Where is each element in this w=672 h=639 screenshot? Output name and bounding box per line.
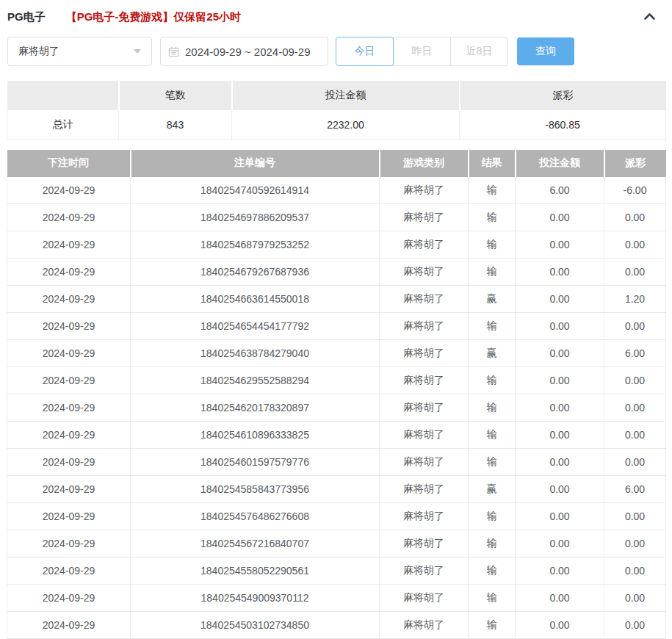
range-button-yesterday[interactable]: 昨日 <box>393 37 451 66</box>
table-row: 2024-09-29 1840254687979253252 麻将胡了 输 0.… <box>7 231 666 259</box>
cell-bet-amount: 0.00 <box>516 394 604 422</box>
cell-result: 输 <box>469 231 516 259</box>
summary-header-bet-amount: 投注金额 <box>232 81 460 110</box>
cell-game-type: 麻将胡了 <box>380 394 469 422</box>
cell-payout: 0.00 <box>604 394 666 422</box>
table-row: 2024-09-29 1840254610896333825 麻将胡了 输 0.… <box>7 422 666 449</box>
cell-bet-time: 2024-09-29 <box>7 367 131 394</box>
cell-game-type: 麻将胡了 <box>380 530 469 557</box>
notice-text: 【PG电子-免费游戏】仅保留25小时 <box>66 10 241 24</box>
cell-result: 输 <box>469 557 516 585</box>
cell-bet-id: 1840254601597579776 <box>131 449 380 476</box>
cell-game-type: 麻将胡了 <box>380 204 469 231</box>
chevron-up-icon <box>643 12 656 23</box>
cell-result: 赢 <box>469 340 516 367</box>
summary-total-label: 总计 <box>7 110 119 140</box>
cell-bet-time: 2024-09-29 <box>7 449 131 476</box>
date-quick-range-group: 今日 昨日 近8日 <box>336 37 508 66</box>
header-result: 结果 <box>469 150 516 177</box>
cell-bet-id: 1840254610896333825 <box>131 422 380 449</box>
table-row: 2024-09-29 1840254663614550018 麻将胡了 赢 0.… <box>7 286 666 313</box>
cell-bet-id: 1840254549009370112 <box>131 585 380 612</box>
table-row: 2024-09-29 1840254620178320897 麻将胡了 输 0.… <box>7 394 666 422</box>
cell-game-type: 麻将胡了 <box>380 259 469 286</box>
cell-bet-amount: 0.00 <box>516 557 604 585</box>
cell-bet-id: 1840254654454177792 <box>131 313 380 340</box>
cell-bet-id: 1840254638784279040 <box>131 340 380 367</box>
cell-result: 输 <box>469 585 516 612</box>
cell-payout: 6.00 <box>604 340 666 367</box>
cell-bet-time: 2024-09-29 <box>7 503 131 530</box>
header-bet-id: 注单编号 <box>131 150 380 177</box>
cell-payout: 0.00 <box>604 204 666 231</box>
range-button-last-8-days[interactable]: 近8日 <box>450 37 508 66</box>
cell-bet-amount: 0.00 <box>516 286 604 313</box>
cell-bet-amount: 0.00 <box>516 530 604 557</box>
cell-game-type: 麻将胡了 <box>380 313 469 340</box>
cell-game-type: 麻将胡了 <box>380 476 469 503</box>
cell-bet-id: 1840254558052290561 <box>131 557 380 585</box>
cell-bet-id: 1840254697886209537 <box>131 204 380 231</box>
cell-payout: -6.00 <box>604 177 666 204</box>
cell-payout: 0.00 <box>604 530 666 557</box>
cell-payout: 0.00 <box>604 422 666 449</box>
cell-payout: 0.00 <box>604 367 666 394</box>
table-row: 2024-09-29 1840254601597579776 麻将胡了 输 0.… <box>7 449 666 476</box>
summary-total-row: 总计 843 2232.00 -860.85 <box>7 110 666 140</box>
query-button[interactable]: 查询 <box>517 37 574 65</box>
cell-bet-amount: 0.00 <box>516 204 604 231</box>
summary-total-bet-amount: 2232.00 <box>232 110 460 140</box>
cell-game-type: 麻将胡了 <box>380 422 469 449</box>
date-range-picker[interactable]: 2024-09-29 ~ 2024-09-29 <box>160 37 328 66</box>
cell-bet-amount: 0.00 <box>516 585 604 612</box>
bet-table-body: 2024-09-29 1840254740592614914 麻将胡了 输 6.… <box>7 177 666 639</box>
cell-game-type: 麻将胡了 <box>380 612 469 639</box>
cell-game-type: 麻将胡了 <box>380 340 469 367</box>
cell-bet-amount: 0.00 <box>516 259 604 286</box>
header-bet-amount: 投注金额 <box>516 150 604 177</box>
cell-bet-time: 2024-09-29 <box>7 422 131 449</box>
titlebar: PG电子 【PG电子-免费游戏】仅保留25小时 <box>0 0 672 26</box>
cell-result: 输 <box>469 612 516 639</box>
cell-payout: 0.00 <box>604 585 666 612</box>
table-row: 2024-09-29 1840254679267687936 麻将胡了 输 0.… <box>7 259 666 286</box>
summary-header-blank <box>7 81 119 110</box>
cell-bet-amount: 0.00 <box>516 340 604 367</box>
cell-result: 输 <box>469 503 516 530</box>
cell-payout: 0.00 <box>604 612 666 639</box>
pg-game-report-panel: PG电子 【PG电子-免费游戏】仅保留25小时 麻将胡了 <box>0 0 672 639</box>
cell-bet-time: 2024-09-29 <box>7 476 131 503</box>
cell-game-type: 麻将胡了 <box>380 286 469 313</box>
range-button-today[interactable]: 今日 <box>336 37 394 66</box>
cell-payout: 0.00 <box>604 449 666 476</box>
cell-game-type: 麻将胡了 <box>380 503 469 530</box>
cell-game-type: 麻将胡了 <box>380 367 469 394</box>
cell-result: 输 <box>469 422 516 449</box>
table-row: 2024-09-29 1840254576486276608 麻将胡了 输 0.… <box>7 503 666 530</box>
table-row: 2024-09-29 1840254585843773956 麻将胡了 赢 0.… <box>7 476 666 503</box>
cell-result: 输 <box>469 259 516 286</box>
cell-payout: 0.00 <box>604 313 666 340</box>
summary-header-payout: 派彩 <box>460 81 666 110</box>
cell-bet-amount: 0.00 <box>516 476 604 503</box>
date-range-value: 2024-09-29 ~ 2024-09-29 <box>185 46 311 58</box>
cell-result: 输 <box>469 177 516 204</box>
cell-bet-time: 2024-09-29 <box>7 259 131 286</box>
cell-bet-id: 1840254679267687936 <box>131 259 380 286</box>
cell-bet-amount: 0.00 <box>516 449 604 476</box>
table-row: 2024-09-29 1840254567216840707 麻将胡了 输 0.… <box>7 530 666 557</box>
cell-payout: 6.00 <box>604 476 666 503</box>
summary-header-row: 笔数 投注金额 派彩 <box>7 81 666 110</box>
cell-payout: 0.00 <box>604 557 666 585</box>
game-select[interactable]: 麻将胡了 <box>7 37 152 66</box>
table-row: 2024-09-29 1840254629552588294 麻将胡了 输 0.… <box>7 367 666 394</box>
cell-bet-time: 2024-09-29 <box>7 557 131 585</box>
cell-result: 输 <box>469 394 516 422</box>
bet-table-header-row: 下注时间 注单编号 游戏类别 结果 投注金额 派彩 <box>7 150 666 177</box>
table-row: 2024-09-29 1840254654454177792 麻将胡了 输 0.… <box>7 313 666 340</box>
cell-bet-id: 1840254687979253252 <box>131 231 380 259</box>
cell-game-type: 麻将胡了 <box>380 449 469 476</box>
cell-bet-amount: 0.00 <box>516 313 604 340</box>
filter-bar: 麻将胡了 2024-09-29 ~ 2024-09-29 今日 昨日 近8日 <box>7 37 665 66</box>
collapse-panel-button[interactable] <box>642 10 657 24</box>
